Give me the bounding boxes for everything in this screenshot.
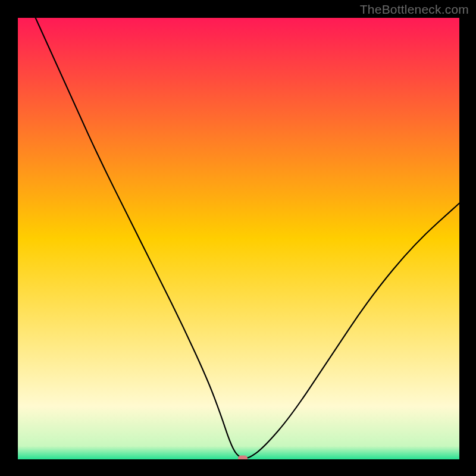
watermark-text: TheBottleneck.com: [360, 2, 469, 17]
bottleneck-marker: [238, 455, 248, 459]
svg-rect-0: [18, 18, 459, 459]
chart-svg: [18, 18, 459, 459]
chart-frame: TheBottleneck.com: [0, 0, 476, 476]
plot-area: [18, 18, 459, 459]
